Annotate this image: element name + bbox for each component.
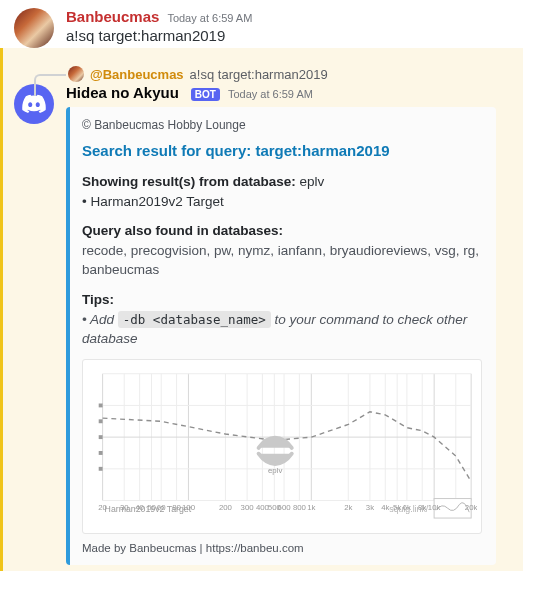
message-content: a!sq target:harman2019 bbox=[66, 27, 523, 44]
svg-text:300: 300 bbox=[241, 503, 255, 512]
svg-text:60: 60 bbox=[157, 503, 166, 512]
bot-timestamp: Today at 6:59 AM bbox=[228, 88, 313, 100]
user-message: Banbeucmas Today at 6:59 AM a!sq target:… bbox=[14, 8, 523, 48]
bot-message: Hidea no Akyuu BOT Today at 6:59 AM © Ba… bbox=[14, 84, 523, 565]
svg-text:20k: 20k bbox=[465, 503, 477, 512]
svg-text:30: 30 bbox=[120, 503, 129, 512]
also-label: Query also found in databases: bbox=[82, 223, 283, 238]
username[interactable]: Banbeucmas bbox=[66, 8, 159, 25]
svg-text:8k: 8k bbox=[418, 503, 426, 512]
frequency-response-chart: eplv Harman2019v2 Target squig.link/ 203… bbox=[87, 364, 477, 530]
svg-text:5k: 5k bbox=[393, 503, 401, 512]
svg-text:40: 40 bbox=[135, 503, 144, 512]
bot-username[interactable]: Hidea no Akyuu bbox=[66, 84, 179, 101]
embed-author: © Banbeucmas Hobby Lounge bbox=[82, 117, 482, 134]
bot-message-header: Hidea no Akyuu BOT Today at 6:59 AM bbox=[66, 84, 523, 101]
bot-tag: BOT bbox=[191, 88, 220, 101]
timestamp: Today at 6:59 AM bbox=[167, 12, 252, 24]
embed-footer: Made by Banbeucmas | https://banbeu.com bbox=[82, 540, 482, 557]
svg-text:50: 50 bbox=[147, 503, 156, 512]
embed-chart[interactable]: eplv Harman2019v2 Target squig.link/ 203… bbox=[82, 359, 482, 535]
svg-text:3k: 3k bbox=[366, 503, 374, 512]
watermark-text: eplv bbox=[268, 466, 282, 475]
reply-avatar bbox=[68, 66, 84, 82]
svg-text:200: 200 bbox=[219, 503, 233, 512]
discord-message-log: Banbeucmas Today at 6:59 AM a!sq target:… bbox=[0, 0, 537, 585]
svg-text:6k: 6k bbox=[403, 503, 411, 512]
highlighted-message: @Banbeucmas a!sq target:harman2019 Hidea… bbox=[0, 48, 523, 571]
svg-text:20: 20 bbox=[98, 503, 107, 512]
user-avatar[interactable] bbox=[14, 8, 54, 48]
reply-reference[interactable]: @Banbeucmas a!sq target:harman2019 bbox=[34, 66, 523, 82]
message-body: Banbeucmas Today at 6:59 AM a!sq target:… bbox=[66, 8, 523, 48]
result-item: • Harman2019v2 Target bbox=[82, 194, 224, 209]
reply-snippet: a!sq target:harman2019 bbox=[190, 67, 328, 82]
tips-code: -db <database_name> bbox=[118, 311, 271, 328]
showing-label: Showing result(s) from database: bbox=[82, 174, 296, 189]
svg-text:80: 80 bbox=[172, 503, 181, 512]
embed-title-query: target:harman2019 bbox=[255, 142, 389, 159]
svg-text:600: 600 bbox=[278, 503, 292, 512]
tips-label: Tips: bbox=[82, 292, 114, 307]
reply-mention[interactable]: @Banbeucmas bbox=[90, 67, 184, 82]
svg-text:2k: 2k bbox=[344, 503, 352, 512]
svg-text:100: 100 bbox=[182, 503, 196, 512]
embed-also-block: Query also found in databases: recode, p… bbox=[82, 221, 482, 280]
embed-tips-block: Tips: • Add -db <database_name> to your … bbox=[82, 290, 482, 349]
bot-embed: © Banbeucmas Hobby Lounge Search result … bbox=[66, 107, 496, 565]
reply-connector-line bbox=[34, 74, 66, 96]
tips-prefix: • Add bbox=[82, 312, 118, 327]
embed-showing-block: Showing result(s) from database: eplv • … bbox=[82, 172, 482, 211]
embed-title-prefix: Search result for query: bbox=[82, 142, 255, 159]
embed-title[interactable]: Search result for query: target:harman20… bbox=[82, 140, 482, 162]
bot-message-body: Hidea no Akyuu BOT Today at 6:59 AM © Ba… bbox=[66, 84, 523, 565]
svg-text:800: 800 bbox=[293, 503, 307, 512]
svg-text:4k: 4k bbox=[381, 503, 389, 512]
showing-db: eplv bbox=[296, 174, 325, 189]
svg-text:10k: 10k bbox=[428, 503, 441, 512]
watermark-icon: eplv bbox=[259, 437, 292, 475]
message-header: Banbeucmas Today at 6:59 AM bbox=[66, 8, 523, 25]
also-list: recode, precogvision, pw, nymz, ianfann,… bbox=[82, 243, 479, 278]
svg-text:1k: 1k bbox=[307, 503, 315, 512]
